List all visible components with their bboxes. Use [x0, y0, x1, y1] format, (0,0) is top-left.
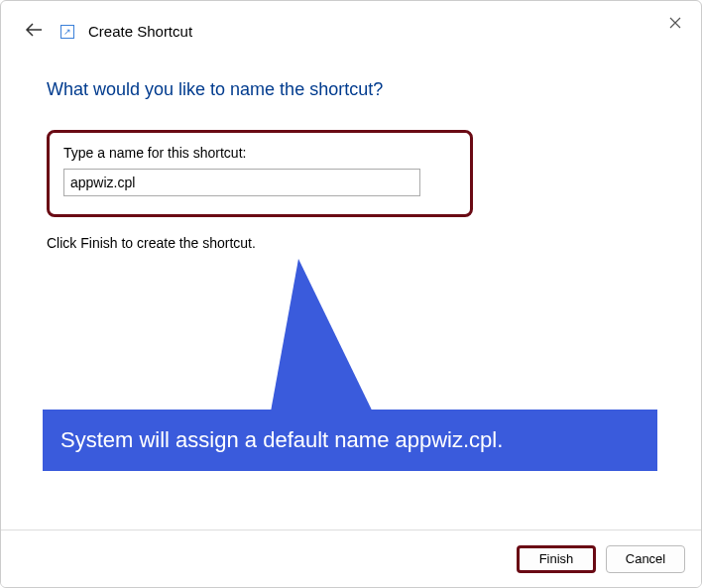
- shortcut-icon: ↗: [60, 25, 74, 39]
- shortcut-name-input[interactable]: [63, 169, 420, 196]
- svg-marker-0: [269, 259, 378, 422]
- page-title: Create Shortcut: [88, 23, 192, 40]
- close-button[interactable]: [663, 11, 687, 35]
- annotation-callout: System will assign a default name appwiz…: [43, 410, 657, 471]
- annotation-text: System will assign a default name appwiz…: [60, 427, 503, 452]
- shortcut-name-section: Type a name for this shortcut:: [47, 130, 473, 217]
- wizard-header: ↗ Create Shortcut: [1, 1, 701, 50]
- annotation-pointer: [269, 259, 378, 427]
- instruction-text: Click Finish to create the shortcut.: [47, 235, 655, 251]
- field-label: Type a name for this shortcut:: [63, 145, 456, 161]
- finish-button[interactable]: Finish: [517, 545, 596, 573]
- main-heading: What would you like to name the shortcut…: [47, 79, 655, 100]
- wizard-footer: Finish Cancel: [1, 529, 701, 587]
- back-arrow[interactable]: [21, 19, 47, 44]
- cancel-button[interactable]: Cancel: [606, 545, 685, 573]
